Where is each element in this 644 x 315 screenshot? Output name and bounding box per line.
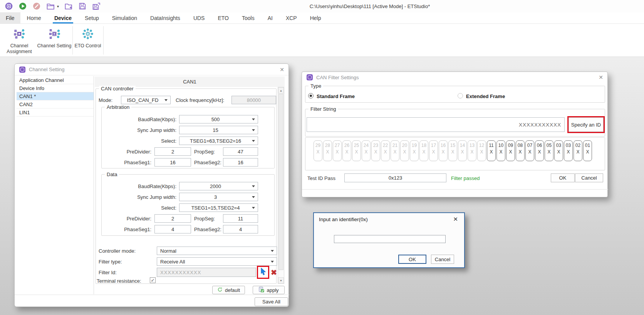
filter-bit-03[interactable]: 03X bbox=[564, 140, 573, 161]
data-propseg-field[interactable] bbox=[223, 214, 258, 223]
menu-item-uds[interactable]: UDS bbox=[187, 12, 211, 23]
stop-disabled-button[interactable] bbox=[32, 2, 41, 10]
run-button[interactable] bbox=[18, 2, 27, 10]
save-button[interactable] bbox=[78, 2, 87, 10]
filter-bit-11[interactable]: 11X bbox=[487, 140, 496, 161]
filter-bit-24[interactable]: 24X bbox=[362, 140, 371, 161]
menu-item-tools[interactable]: Tools bbox=[235, 12, 261, 23]
ribbon-channel-setting-button[interactable]: Channel Setting bbox=[37, 25, 72, 55]
filter-bit-18[interactable]: 18X bbox=[419, 140, 428, 161]
filter-bit-05[interactable]: 05X bbox=[545, 140, 553, 161]
filter-bit-09[interactable]: 09X bbox=[506, 140, 515, 161]
filter-string-field[interactable]: XXXXXXXXXXX bbox=[307, 117, 565, 132]
filter-bit-16[interactable]: 16X bbox=[439, 140, 448, 161]
clock-frequency-field[interactable] bbox=[231, 96, 276, 104]
close-icon[interactable]: ✕ bbox=[280, 64, 284, 75]
filter-bit-12[interactable]: 12X bbox=[477, 140, 486, 161]
controller-mode-select[interactable]: Normal bbox=[157, 247, 277, 255]
sidebar-item-can1[interactable]: CAN1 * bbox=[17, 92, 94, 100]
filter-bit-08[interactable]: 08X bbox=[516, 140, 525, 161]
sidebar-item-can2[interactable]: CAN2 bbox=[17, 100, 94, 108]
identifier-input[interactable] bbox=[334, 235, 446, 243]
data-tseg-select[interactable]: TSEG1=15,TSEG2=4 bbox=[179, 203, 258, 212]
menu-item-datainsights[interactable]: DataInsights bbox=[144, 12, 187, 23]
cancel-button[interactable]: Cancel bbox=[431, 255, 454, 264]
filter-bit-26[interactable]: 26X bbox=[342, 140, 351, 161]
terminal-resistance-checkbox[interactable]: ✓ bbox=[150, 277, 156, 283]
filter-bit-14[interactable]: 14X bbox=[458, 140, 467, 161]
save-all-button[interactable]: Save All bbox=[255, 297, 288, 306]
clear-filter-id-icon[interactable]: ✖ bbox=[271, 269, 277, 276]
filter-type-select[interactable]: Receive All bbox=[157, 257, 277, 266]
pick-filter-id-button[interactable] bbox=[258, 267, 268, 278]
menu-item-file[interactable]: File bbox=[0, 12, 20, 23]
arbitration-propseg-field[interactable] bbox=[223, 147, 258, 156]
filter-bit-23[interactable]: 23X bbox=[371, 140, 380, 161]
sidebar-item-lin1[interactable]: LIN1 bbox=[17, 108, 94, 117]
ribbon-channel-assignment-button[interactable]: Channel Assignment bbox=[2, 25, 37, 55]
filter-bit-01[interactable]: 01X bbox=[583, 140, 592, 161]
menu-item-ai[interactable]: AI bbox=[261, 12, 279, 23]
open-file-button[interactable] bbox=[46, 2, 55, 10]
cancel-button[interactable]: Cancel bbox=[575, 173, 603, 182]
arbitration-tseg-select[interactable]: TSEG1=63,TSEG2=16 bbox=[179, 137, 258, 145]
data-baudrate-select[interactable]: 2000 bbox=[179, 182, 258, 190]
filter-bit-03[interactable]: 03X bbox=[554, 140, 563, 161]
specify-an-id-button[interactable]: Specify an ID bbox=[569, 117, 604, 132]
standard-frame-radio[interactable] bbox=[308, 93, 314, 98]
sidebar-item-device-info[interactable]: Device Info bbox=[17, 84, 94, 92]
ribbon-eto-control-button[interactable]: ETO Control bbox=[74, 25, 102, 55]
data-sync-jump-select[interactable]: 3 bbox=[179, 193, 258, 201]
mode-select[interactable]: ISO_CAN_FD bbox=[121, 96, 171, 104]
scrollbar-thumb[interactable] bbox=[278, 94, 283, 270]
menu-item-eto[interactable]: ETO bbox=[211, 12, 235, 23]
arbitration-sync-jump-select[interactable]: 15 bbox=[179, 126, 258, 134]
arbitration-phaseseg2-field[interactable] bbox=[223, 158, 258, 167]
filter-bit-02[interactable]: 02X bbox=[574, 140, 582, 161]
filter-bit-27[interactable]: 27X bbox=[333, 140, 342, 161]
scroll-up-arrow[interactable]: ▲ bbox=[278, 87, 284, 93]
filter-bit-19[interactable]: 19X bbox=[410, 140, 419, 161]
filter-bit-15[interactable]: 15X bbox=[448, 140, 457, 161]
sidebar-item-application-channel[interactable]: Application Channel bbox=[17, 76, 94, 84]
menu-item-setup[interactable]: Setup bbox=[78, 12, 106, 23]
close-icon[interactable]: ✕ bbox=[599, 72, 603, 83]
arbitration-baudrate-select[interactable]: 500 bbox=[179, 115, 258, 123]
filter-bit-22[interactable]: 22X bbox=[381, 140, 390, 161]
ok-button[interactable]: OK bbox=[398, 255, 426, 264]
open-file-dropdown[interactable]: ▾ bbox=[57, 4, 59, 8]
filter-bit-17[interactable]: 17X bbox=[429, 140, 438, 161]
menu-item-device[interactable]: Device bbox=[48, 12, 78, 23]
menu-item-simulation[interactable]: Simulation bbox=[106, 12, 144, 23]
apply-button[interactable]: apply bbox=[253, 286, 285, 294]
ribbon-separator bbox=[103, 26, 104, 55]
filter-bit-10[interactable]: 10X bbox=[496, 140, 505, 161]
filter-bit-06[interactable]: 06X bbox=[535, 140, 544, 161]
channel-setting-dialog-header: Channel Setting bbox=[15, 64, 288, 75]
arbitration-predivider-field[interactable] bbox=[154, 147, 191, 156]
filter-id-field[interactable] bbox=[157, 268, 256, 277]
save-all-button[interactable] bbox=[92, 2, 101, 10]
filter-bit-13[interactable]: 13X bbox=[468, 140, 476, 161]
data-predivider-field[interactable] bbox=[154, 214, 191, 223]
filter-bit-21[interactable]: 21X bbox=[391, 140, 399, 161]
filter-bit-25[interactable]: 25X bbox=[352, 140, 361, 161]
filter-bit-29[interactable]: 29X bbox=[314, 140, 322, 161]
default-button[interactable]: default bbox=[212, 286, 245, 294]
arbitration-phaseseg1-field[interactable] bbox=[154, 158, 191, 167]
filter-bit-07[interactable]: 07X bbox=[525, 140, 534, 161]
filter-bit-28[interactable]: 28X bbox=[323, 140, 332, 161]
menu-item-home[interactable]: Home bbox=[20, 12, 48, 23]
close-icon[interactable]: ✕ bbox=[453, 216, 458, 223]
filter-bit-20[interactable]: 20X bbox=[400, 140, 409, 161]
data-phaseseg1-field[interactable] bbox=[154, 225, 191, 233]
scrollbar[interactable]: ▲ ▼ bbox=[278, 87, 284, 284]
scroll-down-arrow[interactable]: ▼ bbox=[278, 277, 284, 283]
test-id-field[interactable] bbox=[344, 173, 446, 182]
menu-item-help[interactable]: Help bbox=[304, 12, 328, 23]
extended-frame-radio[interactable] bbox=[458, 93, 463, 98]
ok-button[interactable]: OK bbox=[551, 173, 575, 182]
new-project-button[interactable] bbox=[64, 2, 73, 10]
menu-item-xcp[interactable]: XCP bbox=[279, 12, 304, 23]
data-phaseseg2-field[interactable] bbox=[223, 225, 258, 233]
